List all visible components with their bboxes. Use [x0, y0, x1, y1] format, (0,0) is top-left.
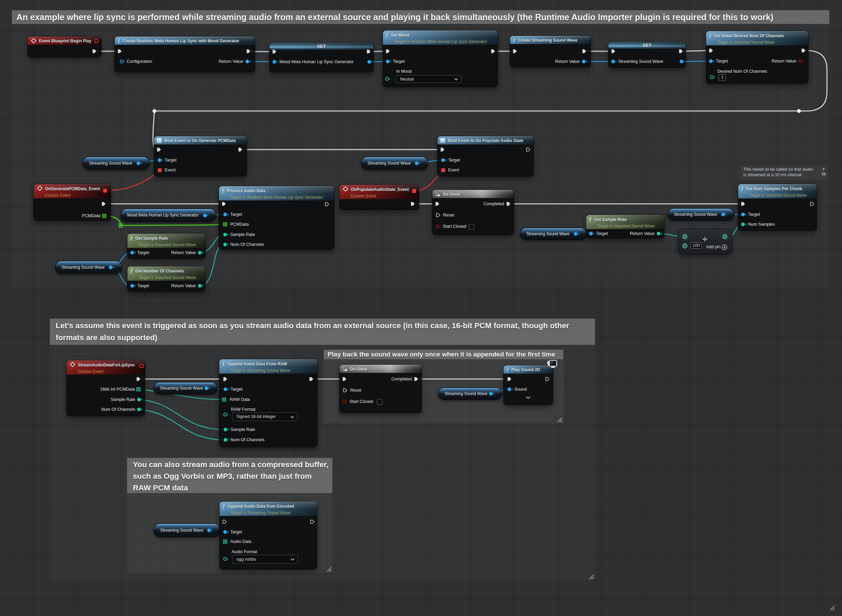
svg-text:1: 1: [342, 367, 344, 369]
svg-text:1: 1: [435, 192, 437, 194]
